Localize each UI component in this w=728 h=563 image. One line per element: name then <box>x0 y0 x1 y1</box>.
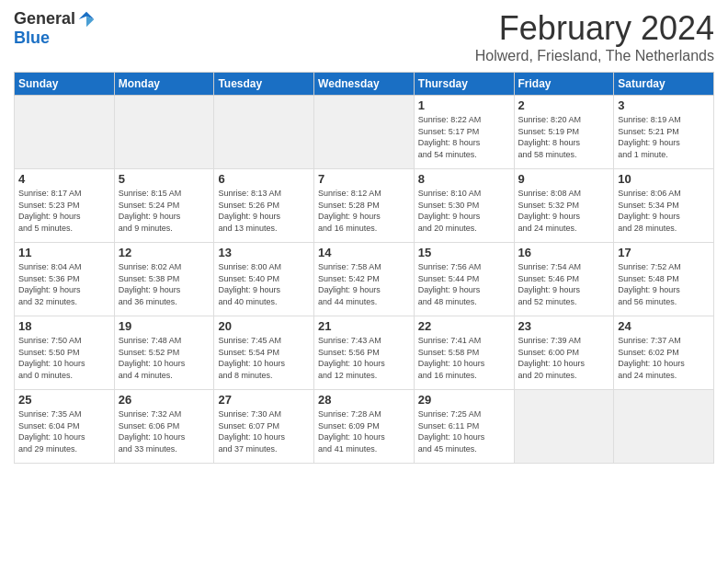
day-number: 5 <box>119 172 210 186</box>
day-number: 22 <box>418 319 510 333</box>
day-number: 6 <box>218 172 310 186</box>
day-number: 26 <box>119 393 210 407</box>
day-number: 2 <box>518 98 610 112</box>
table-cell: 26Sunrise: 7:32 AM Sunset: 6:06 PM Dayli… <box>114 390 214 464</box>
day-number: 9 <box>518 172 610 186</box>
day-number: 19 <box>119 319 210 333</box>
table-cell: 19Sunrise: 7:48 AM Sunset: 5:52 PM Dayli… <box>114 316 214 390</box>
table-cell: 18Sunrise: 7:50 AM Sunset: 5:50 PM Dayli… <box>15 316 115 390</box>
table-cell: 29Sunrise: 7:25 AM Sunset: 6:11 PM Dayli… <box>414 390 514 464</box>
day-info: Sunrise: 7:28 AM Sunset: 6:09 PM Dayligh… <box>318 408 410 454</box>
table-cell: 3Sunrise: 8:19 AM Sunset: 5:21 PM Daylig… <box>614 96 714 169</box>
day-info: Sunrise: 7:58 AM Sunset: 5:42 PM Dayligh… <box>318 261 410 307</box>
header-wednesday: Wednesday <box>314 73 415 96</box>
day-info: Sunrise: 7:54 AM Sunset: 5:46 PM Dayligh… <box>518 261 610 307</box>
calendar: Sunday Monday Tuesday Wednesday Thursday… <box>14 72 714 464</box>
day-number: 15 <box>418 246 510 259</box>
day-number: 10 <box>618 172 710 186</box>
table-cell <box>114 96 214 169</box>
table-cell: 21Sunrise: 7:43 AM Sunset: 5:56 PM Dayli… <box>314 316 415 390</box>
calendar-header-row: Sunday Monday Tuesday Wednesday Thursday… <box>15 73 714 96</box>
table-cell: 10Sunrise: 8:06 AM Sunset: 5:34 PM Dayli… <box>614 169 714 243</box>
day-info: Sunrise: 7:50 AM Sunset: 5:50 PM Dayligh… <box>18 335 110 381</box>
day-info: Sunrise: 8:17 AM Sunset: 5:23 PM Dayligh… <box>18 188 110 234</box>
table-cell <box>314 96 415 169</box>
day-info: Sunrise: 7:35 AM Sunset: 6:04 PM Dayligh… <box>18 408 110 454</box>
table-cell: 2Sunrise: 8:20 AM Sunset: 5:19 PM Daylig… <box>514 96 614 169</box>
table-cell: 9Sunrise: 8:08 AM Sunset: 5:32 PM Daylig… <box>514 169 614 243</box>
table-cell: 8Sunrise: 8:10 AM Sunset: 5:30 PM Daylig… <box>414 169 514 243</box>
table-cell: 12Sunrise: 8:02 AM Sunset: 5:38 PM Dayli… <box>114 243 214 316</box>
day-info: Sunrise: 8:12 AM Sunset: 5:28 PM Dayligh… <box>318 188 410 234</box>
day-number: 14 <box>318 246 410 259</box>
table-cell: 22Sunrise: 7:41 AM Sunset: 5:58 PM Dayli… <box>414 316 514 390</box>
day-number: 16 <box>518 246 610 259</box>
location: Holwerd, Friesland, The Netherlands <box>475 48 714 64</box>
week-row-3: 18Sunrise: 7:50 AM Sunset: 5:50 PM Dayli… <box>15 316 714 390</box>
week-row-2: 11Sunrise: 8:04 AM Sunset: 5:36 PM Dayli… <box>15 243 714 316</box>
day-info: Sunrise: 7:43 AM Sunset: 5:56 PM Dayligh… <box>318 335 410 381</box>
table-cell: 23Sunrise: 7:39 AM Sunset: 6:00 PM Dayli… <box>514 316 614 390</box>
day-number: 8 <box>418 172 510 186</box>
table-cell: 20Sunrise: 7:45 AM Sunset: 5:54 PM Dayli… <box>214 316 314 390</box>
table-cell: 7Sunrise: 8:12 AM Sunset: 5:28 PM Daylig… <box>314 169 415 243</box>
header-friday: Friday <box>514 73 614 96</box>
day-number: 29 <box>418 393 510 407</box>
day-number: 17 <box>618 246 710 259</box>
title-section: February 2024 Holwerd, Friesland, The Ne… <box>475 9 714 64</box>
day-info: Sunrise: 8:15 AM Sunset: 5:24 PM Dayligh… <box>119 188 210 234</box>
day-info: Sunrise: 8:10 AM Sunset: 5:30 PM Dayligh… <box>418 188 510 234</box>
logo-general: General <box>14 9 75 29</box>
day-number: 23 <box>518 319 610 333</box>
day-number: 20 <box>218 319 310 333</box>
logo: General Blue <box>14 9 96 48</box>
week-row-1: 4Sunrise: 8:17 AM Sunset: 5:23 PM Daylig… <box>15 169 714 243</box>
day-info: Sunrise: 8:22 AM Sunset: 5:17 PM Dayligh… <box>418 114 510 160</box>
day-info: Sunrise: 7:48 AM Sunset: 5:52 PM Dayligh… <box>119 335 210 381</box>
day-info: Sunrise: 8:20 AM Sunset: 5:19 PM Dayligh… <box>518 114 610 160</box>
table-cell: 17Sunrise: 7:52 AM Sunset: 5:48 PM Dayli… <box>614 243 714 316</box>
table-cell: 16Sunrise: 7:54 AM Sunset: 5:46 PM Dayli… <box>514 243 614 316</box>
day-info: Sunrise: 7:32 AM Sunset: 6:06 PM Dayligh… <box>119 408 210 454</box>
table-cell: 14Sunrise: 7:58 AM Sunset: 5:42 PM Dayli… <box>314 243 415 316</box>
day-number: 12 <box>119 246 210 259</box>
day-info: Sunrise: 7:56 AM Sunset: 5:44 PM Dayligh… <box>418 261 510 307</box>
day-number: 11 <box>18 246 110 259</box>
week-row-0: 1Sunrise: 8:22 AM Sunset: 5:17 PM Daylig… <box>15 96 714 169</box>
day-number: 28 <box>318 393 410 407</box>
day-info: Sunrise: 8:00 AM Sunset: 5:40 PM Dayligh… <box>218 261 310 307</box>
day-info: Sunrise: 7:39 AM Sunset: 6:00 PM Dayligh… <box>518 335 610 381</box>
day-info: Sunrise: 7:52 AM Sunset: 5:48 PM Dayligh… <box>618 261 710 307</box>
month-title: February 2024 <box>475 9 714 48</box>
day-number: 1 <box>418 98 510 112</box>
day-info: Sunrise: 7:45 AM Sunset: 5:54 PM Dayligh… <box>218 335 310 381</box>
table-cell: 25Sunrise: 7:35 AM Sunset: 6:04 PM Dayli… <box>15 390 115 464</box>
table-cell <box>214 96 314 169</box>
table-cell: 5Sunrise: 8:15 AM Sunset: 5:24 PM Daylig… <box>114 169 214 243</box>
day-number: 21 <box>318 319 410 333</box>
day-info: Sunrise: 8:04 AM Sunset: 5:36 PM Dayligh… <box>18 261 110 307</box>
day-info: Sunrise: 7:30 AM Sunset: 6:07 PM Dayligh… <box>218 408 310 454</box>
day-info: Sunrise: 7:37 AM Sunset: 6:02 PM Dayligh… <box>618 335 710 381</box>
table-cell: 6Sunrise: 8:13 AM Sunset: 5:26 PM Daylig… <box>214 169 314 243</box>
table-cell <box>614 390 714 464</box>
table-cell <box>514 390 614 464</box>
header: General Blue February 2024 Holwerd, Frie… <box>14 9 714 64</box>
day-number: 4 <box>18 172 110 186</box>
header-tuesday: Tuesday <box>214 73 314 96</box>
table-cell: 27Sunrise: 7:30 AM Sunset: 6:07 PM Dayli… <box>214 390 314 464</box>
day-number: 25 <box>18 393 110 407</box>
table-cell: 11Sunrise: 8:04 AM Sunset: 5:36 PM Dayli… <box>15 243 115 316</box>
table-cell <box>15 96 115 169</box>
table-cell: 28Sunrise: 7:28 AM Sunset: 6:09 PM Dayli… <box>314 390 415 464</box>
logo-blue: Blue <box>14 29 50 48</box>
day-info: Sunrise: 7:41 AM Sunset: 5:58 PM Dayligh… <box>418 335 510 381</box>
header-thursday: Thursday <box>414 73 514 96</box>
day-number: 18 <box>18 319 110 333</box>
day-info: Sunrise: 8:06 AM Sunset: 5:34 PM Dayligh… <box>618 188 710 234</box>
week-row-4: 25Sunrise: 7:35 AM Sunset: 6:04 PM Dayli… <box>15 390 714 464</box>
day-info: Sunrise: 8:02 AM Sunset: 5:38 PM Dayligh… <box>119 261 210 307</box>
table-cell: 24Sunrise: 7:37 AM Sunset: 6:02 PM Dayli… <box>614 316 714 390</box>
table-cell: 15Sunrise: 7:56 AM Sunset: 5:44 PM Dayli… <box>414 243 514 316</box>
day-number: 3 <box>618 98 710 112</box>
